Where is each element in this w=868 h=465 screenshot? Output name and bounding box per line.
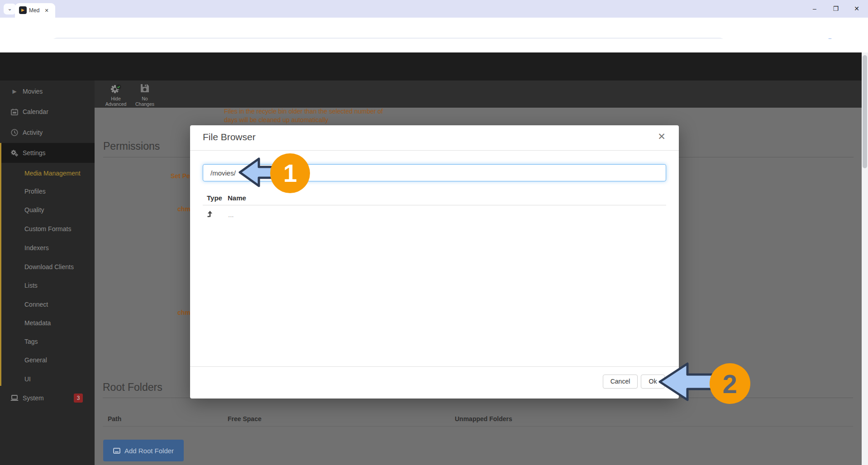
gears-icon — [10, 149, 19, 157]
cancel-button[interactable]: Cancel — [603, 375, 638, 389]
parent-folder-name[interactable]: ... — [228, 211, 234, 218]
no-changes-save-button[interactable]: No Changes — [131, 83, 159, 107]
bookmarks-bar-area — [0, 39, 868, 52]
advanced-gear-check-icon — [102, 83, 130, 95]
chmod-label-fragment-1: chm — [177, 205, 191, 213]
sidebar-item-ui[interactable]: UI — [0, 372, 95, 386]
window-close-button[interactable]: ✕ — [850, 4, 863, 14]
settings-toolbar: Hide Advanced No Changes — [95, 81, 862, 108]
step1-badge: 1 — [270, 153, 310, 193]
sidebar-item-indexers[interactable]: Indexers — [0, 241, 95, 255]
sidebar-item-system[interactable]: System 3 — [0, 391, 95, 405]
save-icon — [131, 83, 159, 95]
modal-title: File Browser — [203, 132, 256, 142]
modal-header-divider — [190, 150, 679, 151]
column-header-type: Type — [207, 194, 222, 202]
window-minimize-button[interactable]: – — [808, 4, 821, 14]
tab-title: Med — [29, 7, 41, 14]
sidebar-item-download-clients[interactable]: Download Clients — [0, 260, 95, 274]
play-icon: ▶ — [10, 88, 19, 95]
table-header-divider — [103, 426, 853, 427]
recycle-bin-warning-line2: days will be cleaned up automatically — [224, 116, 328, 123]
sidebar-item-movies[interactable]: ▶ Movies — [0, 85, 95, 98]
sidebar: ▶ Movies Calendar Activity — [0, 81, 95, 465]
sidebar-item-custom-formats[interactable]: Custom Formats — [0, 222, 95, 236]
column-header-free-space: Free Space — [228, 415, 262, 422]
level-up-icon — [207, 210, 213, 218]
root-folders-heading: Root Folders — [103, 381, 162, 394]
sidebar-item-connect[interactable]: Connect — [0, 298, 95, 311]
column-header-path: Path — [108, 415, 121, 422]
browser-toolbar: ← → ⟳ ⚠ Not secure 192.168.1.18:7878/set… — [0, 18, 868, 39]
drive-icon — [113, 448, 120, 454]
column-header-name: Name — [228, 194, 246, 202]
calendar-icon — [10, 109, 19, 115]
laptop-icon — [10, 395, 19, 401]
app-header: RA ARR Search ♥ A文 — [0, 52, 868, 81]
column-header-unmapped-folders: Unmapped Folders — [455, 415, 512, 422]
scrollbar-thumb[interactable] — [863, 55, 867, 168]
sidebar-item-metadata[interactable]: Metadata — [0, 316, 95, 330]
sidebar-item-profiles[interactable]: Profiles — [0, 185, 95, 198]
permissions-heading: Permissions — [103, 140, 160, 152]
sidebar-item-settings[interactable]: Settings — [0, 146, 95, 160]
page-scrollbar[interactable] — [862, 52, 868, 465]
modal-table-divider — [203, 205, 666, 205]
modal-close-icon[interactable]: ✕ — [656, 131, 667, 142]
sidebar-item-tags[interactable]: Tags — [0, 335, 95, 348]
hide-advanced-button[interactable]: Hide Advanced — [102, 83, 130, 107]
chmod-label-fragment-2: chm — [177, 309, 191, 316]
recycle-bin-warning-line1: Files in the recycle bin older than the … — [224, 108, 383, 115]
browser-tab-strip: ⌄ ▶ Med ✕ – ❐ ✕ — [0, 0, 868, 18]
clock-icon — [10, 129, 19, 136]
sidebar-item-calendar[interactable]: Calendar — [0, 105, 95, 119]
modal-footer-divider — [190, 366, 679, 367]
sidebar-item-quality[interactable]: Quality — [0, 203, 95, 217]
tab-search-button[interactable]: ⌄ — [4, 4, 16, 14]
add-root-folder-button[interactable]: Add Root Folder — [103, 440, 184, 461]
browser-tab[interactable]: ▶ Med ✕ — [15, 3, 55, 18]
radarr-favicon-icon: ▶ — [19, 6, 27, 14]
window-restore-button[interactable]: ❐ — [829, 4, 843, 14]
screen: ⌄ ▶ Med ✕ – ❐ ✕ ← → ⟳ ⚠ Not secure 192.1… — [0, 0, 868, 465]
sidebar-item-activity[interactable]: Activity — [0, 126, 95, 139]
sidebar-item-media-management[interactable]: Media Management — [0, 166, 95, 180]
set-permissions-label-fragment: Set Pe — [171, 172, 191, 180]
step2-badge: 2 — [710, 363, 750, 404]
system-health-badge: 3 — [74, 394, 83, 403]
sidebar-item-general[interactable]: General — [0, 353, 95, 367]
sidebar-item-lists[interactable]: Lists — [0, 279, 95, 292]
parent-folder-row[interactable] — [207, 210, 213, 220]
tab-close-icon[interactable]: ✕ — [43, 7, 50, 14]
